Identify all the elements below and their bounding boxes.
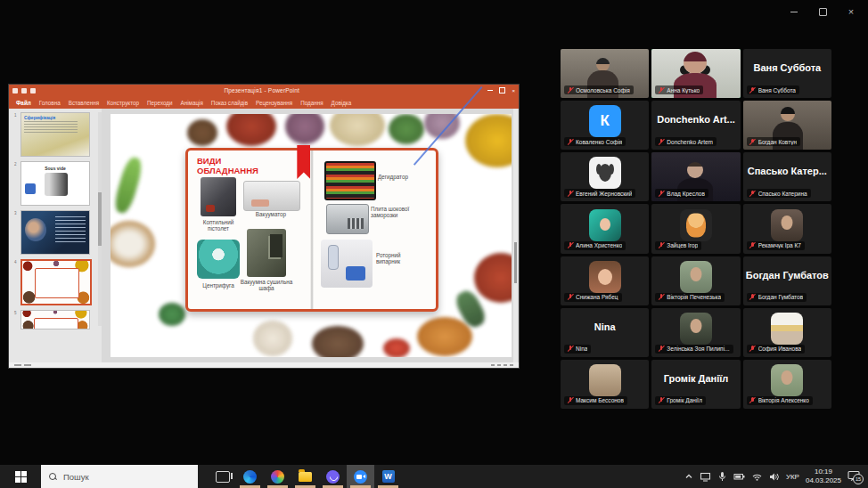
open-book-graphic: ВИДИ ОБЛАДНАННЯ Коптильний пістолет Ваку… [185,148,438,312]
participant-tile[interactable]: Алина Христенко [561,204,649,253]
participant-avatar [589,364,621,396]
red-chili-decor [383,338,410,357]
tab-transitions[interactable]: Переходи [147,100,173,106]
viber-button[interactable] [319,465,347,488]
view-zoom-controls[interactable] [491,364,513,366]
battery-icon[interactable] [733,472,745,481]
equipment-caption: Роторний випарник [376,252,426,264]
display-icon[interactable] [700,472,711,482]
task-view-icon [216,471,230,483]
tab-help[interactable]: Довідка [332,100,352,106]
participant-tile[interactable]: Осмоловська Софія [561,49,649,98]
equipment-caption: Дегидратор [378,174,428,180]
slide-canvas[interactable]: ВИДИ ОБЛАДНАННЯ Коптильний пістолет Ваку… [111,114,512,357]
taskbar-clock[interactable]: 10:19 04.03.2025 [806,468,841,484]
slide-thumbnail-5[interactable] [20,310,90,329]
participant-tile[interactable]: Вікторія Печенезька [651,256,740,305]
spice-spoon-decor [417,317,472,356]
powerpoint-status-bar [9,362,519,368]
participant-tile[interactable]: Зайцев Ігор [651,204,740,253]
participant-tile[interactable]: Спасько Катер... Спасько Катерина [743,152,831,201]
participant-name-label: Коваленко Софія [564,137,626,146]
tab-view[interactable]: Подання [300,100,323,106]
participant-tile[interactable]: Максим Бессонов [561,360,649,409]
minimize-icon[interactable] [788,5,800,18]
file-explorer-button[interactable] [291,465,319,488]
participant-tile[interactable]: Donchenko Art... Donchenko Artem [651,101,740,150]
tab-review[interactable]: Рецензування [256,100,292,106]
participant-name-label: Влад Креслов [655,189,708,198]
zoom-button[interactable] [347,465,374,488]
tray-expand-chevron-icon[interactable] [684,473,693,480]
tab-home[interactable]: Головна [39,100,61,106]
participant-avatar [589,157,621,189]
slide-number: 4 [14,259,19,264]
participant-tile[interactable]: Вікторія Алексенко [743,360,831,409]
participant-name-label: Вікторія Алексенко [747,396,813,405]
word-button[interactable]: W [374,465,402,488]
search-input[interactable] [61,471,163,483]
thumbnail-title: Sous vide [45,166,66,171]
slide-thumbnail-2[interactable]: Sous vide [20,161,90,206]
participant-name-label: Рекамчук Іра К7 [747,241,805,250]
microphone-icon[interactable] [717,471,727,482]
tab-design[interactable]: Конструктор [107,100,139,106]
participant-name-label: Богдан Ковтун [747,137,800,146]
muted-mic-icon [658,138,664,145]
participant-tile[interactable]: Снижана Рябец [561,256,649,305]
ppt-minimize-icon[interactable] [487,90,493,91]
participant-avatar [589,261,621,293]
slide-scrollbar[interactable] [513,109,518,362]
tab-slideshow[interactable]: Показ слайдів [211,100,248,106]
muted-mic-icon [749,294,756,301]
participant-tile[interactable]: Богдан Гумбатов Богдан Гумбатов [743,256,831,305]
vacuum-sealer-image [243,181,300,211]
muted-mic-icon [749,190,756,197]
edge-icon [243,470,257,484]
ppt-close-icon[interactable]: × [512,88,515,94]
taskbar-search[interactable] [41,465,198,488]
save-icon[interactable] [12,88,18,94]
participant-tile[interactable]: Ваня Суббота Ваня Суббота [743,49,831,98]
slide-thumbnail-pane: 1 Сферифікація 2 Sous vide 3 [9,109,102,362]
wifi-icon[interactable] [751,472,763,481]
undo-icon[interactable] [21,88,27,94]
participant-name: Громік Даніїл [667,397,702,403]
participant-tile[interactable]: София Иванова [743,308,831,357]
copilot-button[interactable] [264,465,291,488]
keyboard-language[interactable]: УКР [786,473,799,481]
tab-insert[interactable]: Вставлення [69,100,99,106]
participant-name: Спасько Катерина [758,191,807,197]
slide-thumbnail-1[interactable]: Сферифікація [20,112,90,157]
participant-name-label: София Иванова [747,345,805,354]
participant-tile[interactable]: К Коваленко Софія [561,101,649,150]
ppt-restore-icon[interactable] [499,87,505,94]
notification-center-button[interactable]: 15 [848,470,861,483]
participant-name: Влад Креслов [667,191,705,197]
start-button[interactable] [0,465,41,488]
speaker-icon[interactable] [769,472,780,482]
restore-icon[interactable] [816,5,829,18]
beans-bowl-decor [330,114,385,146]
basil-decor [159,303,185,326]
tray-time: 10:19 [806,468,841,476]
participant-tile[interactable]: Евгений Жерновский [561,152,649,201]
close-icon[interactable]: × [845,5,857,18]
edge-button[interactable] [236,465,264,488]
participant-name-label: Nina [564,345,591,354]
participant-tile[interactable]: Влад Креслов [651,152,740,201]
participant-tile[interactable]: Nina Nina [561,308,649,357]
participant-tile-active-speaker[interactable]: Анна Кутько [651,49,740,98]
tab-file[interactable]: Файл [16,100,31,106]
participant-tile[interactable]: Богдан Ковтун [743,101,831,150]
participant-tile[interactable]: Зелінська Зоя Пилипі... [651,308,740,357]
muted-mic-icon [658,190,664,197]
tab-animations[interactable]: Анімація [181,100,203,106]
red-berries-decor [474,253,512,303]
participant-tile[interactable]: Рекамчук Іра К7 [743,204,831,253]
task-view-button[interactable] [209,465,236,488]
participant-tile[interactable]: Громік Даніїл Громік Даніїл [651,360,740,409]
search-icon [49,473,56,480]
slide-thumbnail-3[interactable] [20,210,90,255]
slide-thumbnail-4-current[interactable] [20,259,92,305]
